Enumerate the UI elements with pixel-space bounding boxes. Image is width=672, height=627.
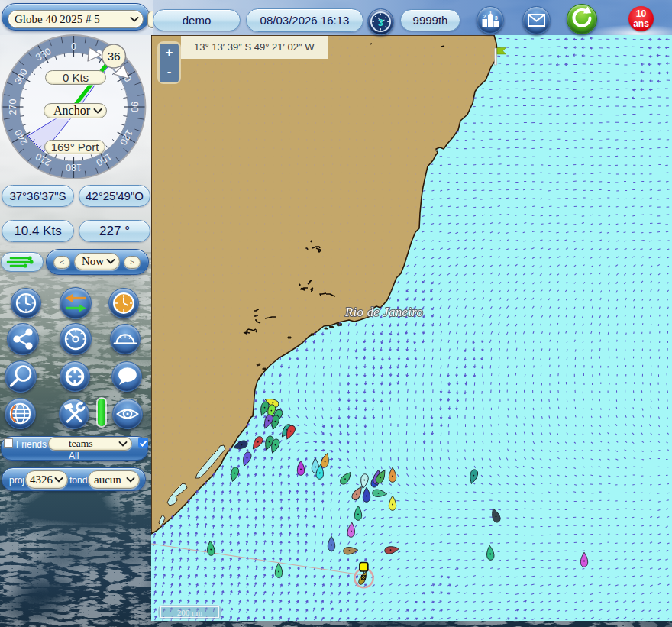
svg-text:90: 90 [129,102,140,112]
svg-text:0: 0 [71,41,76,52]
svg-text:1: 1 [489,10,492,15]
svg-text:2: 2 [483,14,486,19]
svg-text:180: 180 [66,162,82,173]
svg-text:270: 270 [8,99,18,115]
svg-text:36: 36 [107,50,120,63]
svg-text:Rio de Janeiro: Rio de Janeiro [344,305,423,319]
svg-text:3: 3 [378,18,383,28]
svg-text:200 nm: 200 nm [177,608,203,617]
svg-text:3: 3 [495,15,498,21]
